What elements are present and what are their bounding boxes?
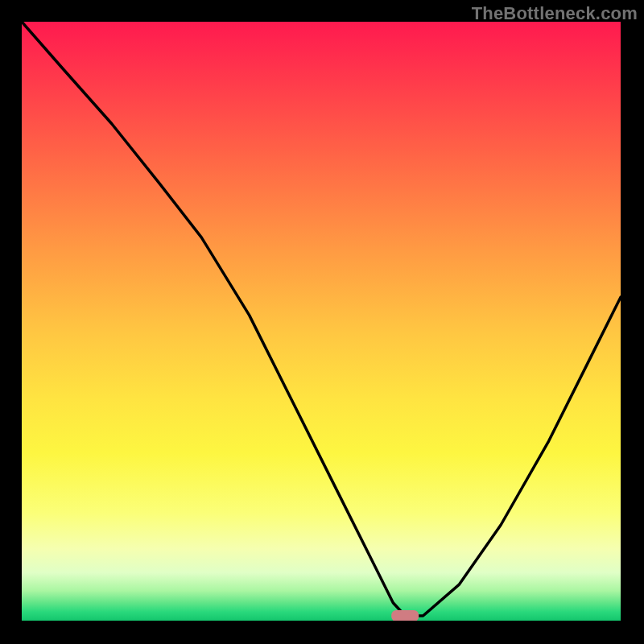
bottleneck-curve <box>22 22 621 621</box>
optimal-marker <box>391 610 419 621</box>
watermark-text: TheBottleneck.com <box>472 3 638 24</box>
plot-area <box>22 22 621 621</box>
